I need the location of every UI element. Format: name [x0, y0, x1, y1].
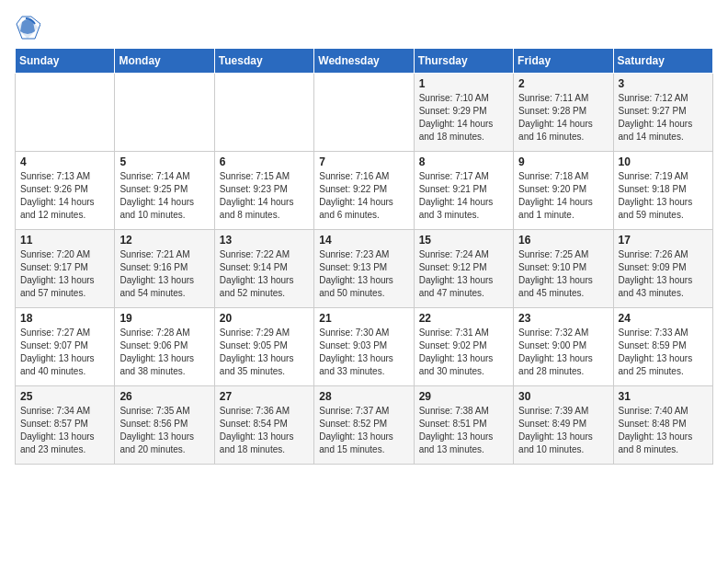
day-number: 18 — [20, 312, 109, 325]
day-number: 23 — [518, 312, 608, 325]
day-info: Sunrise: 7:38 AM Sunset: 8:51 PM Dayligh… — [419, 405, 508, 456]
calendar-cell: 1Sunrise: 7:10 AM Sunset: 9:29 PM Daylig… — [414, 74, 513, 152]
calendar-cell: 26Sunrise: 7:35 AM Sunset: 8:56 PM Dayli… — [115, 386, 214, 465]
day-number: 6 — [220, 155, 309, 168]
day-number: 17 — [619, 234, 708, 247]
day-info: Sunrise: 7:10 AM Sunset: 9:29 PM Dayligh… — [419, 92, 508, 144]
day-number: 3 — [619, 77, 708, 90]
day-header-wednesday: Wednesday — [314, 49, 414, 74]
day-number: 11 — [20, 234, 109, 247]
calendar-cell: 28Sunrise: 7:37 AM Sunset: 8:52 PM Dayli… — [314, 386, 414, 465]
day-number: 25 — [20, 390, 109, 403]
day-info: Sunrise: 7:18 AM Sunset: 9:20 PM Dayligh… — [518, 170, 608, 222]
day-info: Sunrise: 7:29 AM Sunset: 9:05 PM Dayligh… — [220, 327, 309, 378]
calendar-cell: 7Sunrise: 7:16 AM Sunset: 9:22 PM Daylig… — [314, 152, 414, 230]
day-info: Sunrise: 7:19 AM Sunset: 9:18 PM Dayligh… — [619, 170, 708, 222]
day-number: 1 — [419, 77, 508, 90]
calendar-cell: 5Sunrise: 7:14 AM Sunset: 9:25 PM Daylig… — [115, 152, 214, 230]
day-info: Sunrise: 7:21 AM Sunset: 9:16 PM Dayligh… — [119, 248, 209, 300]
calendar-cell: 14Sunrise: 7:23 AM Sunset: 9:13 PM Dayli… — [314, 230, 414, 308]
day-info: Sunrise: 7:20 AM Sunset: 9:17 PM Dayligh… — [20, 248, 109, 300]
day-info: Sunrise: 7:22 AM Sunset: 9:14 PM Dayligh… — [220, 248, 309, 300]
calendar-cell: 17Sunrise: 7:26 AM Sunset: 9:09 PM Dayli… — [613, 230, 712, 308]
calendar-cell: 15Sunrise: 7:24 AM Sunset: 9:12 PM Dayli… — [414, 230, 513, 308]
calendar-cell: 16Sunrise: 7:25 AM Sunset: 9:10 PM Dayli… — [514, 230, 613, 308]
day-info: Sunrise: 7:26 AM Sunset: 9:09 PM Dayligh… — [619, 248, 708, 300]
calendar-cell: 11Sunrise: 7:20 AM Sunset: 9:17 PM Dayli… — [16, 230, 115, 308]
calendar-cell: 10Sunrise: 7:19 AM Sunset: 9:18 PM Dayli… — [613, 152, 712, 230]
day-header-thursday: Thursday — [414, 49, 513, 74]
day-number: 28 — [319, 390, 408, 403]
calendar-cell: 2Sunrise: 7:11 AM Sunset: 9:28 PM Daylig… — [514, 74, 613, 152]
day-info: Sunrise: 7:33 AM Sunset: 8:59 PM Dayligh… — [619, 327, 708, 378]
day-info: Sunrise: 7:17 AM Sunset: 9:21 PM Dayligh… — [419, 170, 508, 222]
week-row-3: 11Sunrise: 7:20 AM Sunset: 9:17 PM Dayli… — [16, 230, 713, 308]
day-info: Sunrise: 7:32 AM Sunset: 9:00 PM Dayligh… — [518, 327, 608, 378]
day-number: 19 — [119, 312, 209, 325]
day-info: Sunrise: 7:13 AM Sunset: 9:26 PM Dayligh… — [20, 170, 109, 222]
logo-icon — [15, 15, 40, 40]
page-header — [15, 15, 713, 40]
day-header-tuesday: Tuesday — [214, 49, 313, 74]
calendar-cell: 12Sunrise: 7:21 AM Sunset: 9:16 PM Dayli… — [115, 230, 214, 308]
day-number: 15 — [419, 234, 508, 247]
day-info: Sunrise: 7:30 AM Sunset: 9:03 PM Dayligh… — [319, 327, 408, 378]
day-number: 9 — [518, 155, 608, 168]
day-info: Sunrise: 7:16 AM Sunset: 9:22 PM Dayligh… — [319, 170, 408, 222]
day-info: Sunrise: 7:24 AM Sunset: 9:12 PM Dayligh… — [419, 248, 508, 300]
calendar-cell — [16, 74, 115, 152]
day-number: 22 — [419, 312, 508, 325]
day-header-monday: Monday — [115, 49, 214, 74]
day-info: Sunrise: 7:34 AM Sunset: 8:57 PM Dayligh… — [20, 405, 109, 456]
calendar-cell — [314, 74, 414, 152]
calendar-cell: 21Sunrise: 7:30 AM Sunset: 9:03 PM Dayli… — [314, 308, 414, 386]
day-number: 12 — [119, 234, 209, 247]
day-number: 16 — [518, 234, 608, 247]
calendar-cell: 19Sunrise: 7:28 AM Sunset: 9:06 PM Dayli… — [115, 308, 214, 386]
day-header-saturday: Saturday — [613, 49, 712, 74]
day-number: 21 — [319, 312, 408, 325]
day-info: Sunrise: 7:40 AM Sunset: 8:48 PM Dayligh… — [619, 405, 708, 456]
day-number: 7 — [319, 155, 408, 168]
calendar-cell: 20Sunrise: 7:29 AM Sunset: 9:05 PM Dayli… — [214, 308, 313, 386]
calendar-cell: 27Sunrise: 7:36 AM Sunset: 8:54 PM Dayli… — [214, 386, 313, 465]
day-info: Sunrise: 7:35 AM Sunset: 8:56 PM Dayligh… — [119, 405, 209, 456]
week-row-4: 18Sunrise: 7:27 AM Sunset: 9:07 PM Dayli… — [16, 308, 713, 386]
calendar-cell: 25Sunrise: 7:34 AM Sunset: 8:57 PM Dayli… — [16, 386, 115, 465]
day-info: Sunrise: 7:15 AM Sunset: 9:23 PM Dayligh… — [220, 170, 309, 222]
week-row-2: 4Sunrise: 7:13 AM Sunset: 9:26 PM Daylig… — [16, 152, 713, 230]
calendar-cell: 24Sunrise: 7:33 AM Sunset: 8:59 PM Dayli… — [613, 308, 712, 386]
calendar-cell: 3Sunrise: 7:12 AM Sunset: 9:27 PM Daylig… — [613, 74, 712, 152]
day-number: 8 — [419, 155, 508, 168]
calendar-cell: 22Sunrise: 7:31 AM Sunset: 9:02 PM Dayli… — [414, 308, 513, 386]
calendar-cell: 8Sunrise: 7:17 AM Sunset: 9:21 PM Daylig… — [414, 152, 513, 230]
calendar-cell — [214, 74, 313, 152]
calendar-cell — [115, 74, 214, 152]
day-number: 26 — [119, 390, 209, 403]
day-info: Sunrise: 7:14 AM Sunset: 9:25 PM Dayligh… — [119, 170, 209, 222]
calendar-cell: 29Sunrise: 7:38 AM Sunset: 8:51 PM Dayli… — [414, 386, 513, 465]
calendar-cell: 30Sunrise: 7:39 AM Sunset: 8:49 PM Dayli… — [514, 386, 613, 465]
day-info: Sunrise: 7:27 AM Sunset: 9:07 PM Dayligh… — [20, 327, 109, 378]
day-number: 30 — [518, 390, 608, 403]
day-info: Sunrise: 7:11 AM Sunset: 9:28 PM Dayligh… — [518, 92, 608, 144]
day-header-friday: Friday — [514, 49, 613, 74]
day-info: Sunrise: 7:39 AM Sunset: 8:49 PM Dayligh… — [518, 405, 608, 456]
day-info: Sunrise: 7:36 AM Sunset: 8:54 PM Dayligh… — [220, 405, 309, 456]
calendar-table: SundayMondayTuesdayWednesdayThursdayFrid… — [15, 48, 713, 465]
day-number: 5 — [119, 155, 209, 168]
day-number: 2 — [518, 77, 608, 90]
day-header-row: SundayMondayTuesdayWednesdayThursdayFrid… — [16, 49, 713, 74]
week-row-5: 25Sunrise: 7:34 AM Sunset: 8:57 PM Dayli… — [16, 386, 713, 465]
day-number: 13 — [220, 234, 309, 247]
day-number: 4 — [20, 155, 109, 168]
calendar-cell: 13Sunrise: 7:22 AM Sunset: 9:14 PM Dayli… — [214, 230, 313, 308]
day-number: 10 — [619, 155, 708, 168]
calendar-cell: 4Sunrise: 7:13 AM Sunset: 9:26 PM Daylig… — [16, 152, 115, 230]
day-number: 14 — [319, 234, 408, 247]
logo — [15, 15, 44, 40]
day-info: Sunrise: 7:12 AM Sunset: 9:27 PM Dayligh… — [619, 92, 708, 144]
day-info: Sunrise: 7:28 AM Sunset: 9:06 PM Dayligh… — [119, 327, 209, 378]
week-row-1: 1Sunrise: 7:10 AM Sunset: 9:29 PM Daylig… — [16, 74, 713, 152]
calendar-cell: 6Sunrise: 7:15 AM Sunset: 9:23 PM Daylig… — [214, 152, 313, 230]
